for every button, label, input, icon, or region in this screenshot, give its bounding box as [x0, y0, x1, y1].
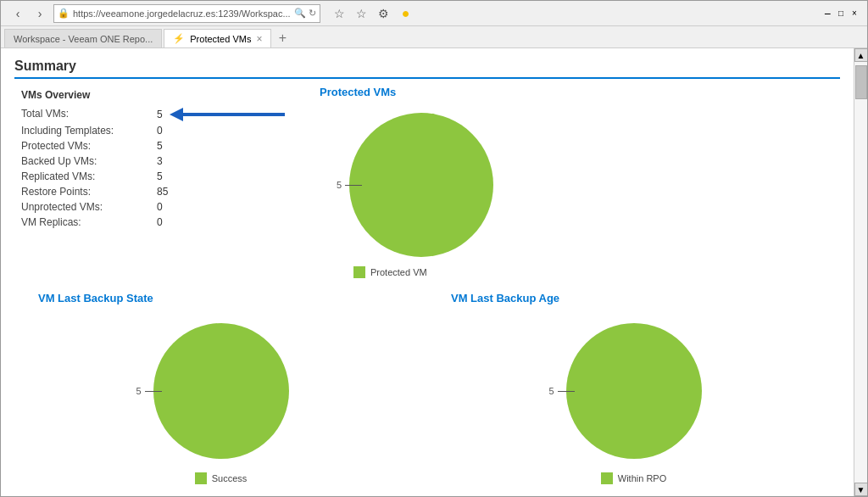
- scroll-thumb[interactable]: [855, 65, 867, 99]
- backup-state-chart-label: 5: [136, 386, 162, 396]
- backup-state-chart: 5: [136, 315, 306, 467]
- stat-value-backed-up: 3: [157, 155, 163, 167]
- backup-age-chart-label: 5: [549, 386, 575, 396]
- address-text: https://veeamone.jorgedelacruz.es:1239/W…: [73, 8, 291, 19]
- stat-row-backed-up: Backed Up VMs: 3: [21, 154, 296, 169]
- main-panel: Summary VMs Overview Total VMs: 5: [1, 48, 854, 496]
- chart-label-line-state: [145, 391, 162, 392]
- refresh-icon[interactable]: ↻: [309, 8, 316, 19]
- backup-age-legend-label: Within RPO: [618, 473, 666, 483]
- arrow-head: [170, 108, 183, 121]
- backup-state-circle: [153, 323, 289, 459]
- backup-age-circle: [566, 323, 702, 459]
- scroll-track: [854, 62, 867, 483]
- arrow-line: [183, 113, 285, 116]
- protected-vms-legend-label: Protected VM: [370, 267, 427, 277]
- backup-state-legend-dot: [195, 472, 207, 484]
- stat-label-unprotected: Unprotected VMs:: [21, 201, 157, 213]
- stat-label-replicated: Replicated VMs:: [21, 170, 157, 182]
- backup-state-legend: Success: [195, 472, 248, 484]
- stat-row-replicated: Replicated VMs: 5: [21, 169, 296, 184]
- protected-vms-legend-dot: [353, 266, 365, 278]
- page-title: Summary: [14, 59, 840, 79]
- toolbar-right: ☆ ☆ ⚙ ●: [331, 4, 415, 23]
- stat-value-templates: 0: [157, 125, 163, 137]
- stat-label-total-vms: Total VMs:: [21, 108, 157, 121]
- minimize-button[interactable]: −: [821, 8, 833, 20]
- maximize-button[interactable]: □: [835, 8, 847, 20]
- protected-vms-circle: [349, 113, 493, 257]
- chart-label-line: [345, 185, 362, 186]
- title-bar-left: ‹ › 🔒 https://veeamone.jorgedelacruz.es:…: [8, 3, 415, 24]
- stat-row-restore: Restore Points: 85: [21, 184, 296, 199]
- stat-label-restore: Restore Points:: [21, 186, 157, 198]
- scroll-down-button[interactable]: ▼: [854, 483, 868, 496]
- address-icons: 🔍 ↻: [294, 8, 316, 19]
- star-icon[interactable]: ☆: [331, 4, 349, 23]
- backup-state-chart-title: VM Last Backup State: [38, 292, 153, 304]
- settings-icon[interactable]: ⚙: [375, 4, 393, 23]
- title-bar: ‹ › 🔒 https://veeamone.jorgedelacruz.es:…: [1, 1, 867, 26]
- forward-button[interactable]: ›: [30, 3, 50, 24]
- vms-overview-header: VMs Overview: [21, 89, 296, 101]
- stat-value-restore: 85: [157, 186, 168, 198]
- backup-state-chart-section: VM Last Backup State 5 Success: [14, 285, 427, 491]
- address-bar[interactable]: 🔒 https://veeamone.jorgedelacruz.es:1239…: [53, 4, 320, 23]
- bottom-section: VM Last Backup State 5 Success: [14, 285, 840, 491]
- stat-value-total-vms: 5: [157, 108, 285, 121]
- scrollbar: ▲ ▼: [854, 48, 867, 496]
- lock-icon: 🔒: [58, 8, 70, 19]
- backup-age-chart-title: VM Last Backup Age: [451, 292, 559, 304]
- backup-age-legend: Within RPO: [601, 472, 666, 484]
- protected-vms-chart: 5: [337, 109, 506, 261]
- search-icon: 🔍: [294, 8, 306, 19]
- blue-arrow-annotation: [170, 108, 285, 121]
- vms-overview-section: VMs Overview Total VMs: 5: [14, 86, 303, 278]
- stat-row-templates: Including Templates: 0: [21, 123, 296, 138]
- stat-label-replicas: VM Replicas:: [21, 216, 157, 228]
- stat-row-total-vms: Total VMs: 5: [21, 106, 296, 123]
- stat-label-templates: Including Templates:: [21, 125, 157, 137]
- protected-vms-chart-label: 5: [337, 180, 362, 190]
- extension-icon[interactable]: ●: [397, 4, 415, 23]
- tab-protected-vms-icon: ⚡: [173, 33, 185, 44]
- stat-label-protected-vms: Protected VMs:: [21, 140, 157, 152]
- tab-workspace[interactable]: Workspace - Veeam ONE Repo...: [4, 29, 162, 47]
- protected-vms-chart-title: Protected VMs: [320, 86, 840, 98]
- content-area: Summary VMs Overview Total VMs: 5: [1, 48, 867, 496]
- pin-icon[interactable]: ☆: [353, 4, 371, 23]
- protected-vms-chart-section: Protected VMs 5 Protected VM: [303, 86, 840, 278]
- tab-protected-vms[interactable]: ⚡ Protected VMs ×: [164, 29, 271, 47]
- backup-state-legend-label: Success: [212, 473, 248, 483]
- protected-vms-legend: Protected VM: [353, 266, 840, 278]
- new-tab-button[interactable]: +: [273, 29, 292, 47]
- back-button[interactable]: ‹: [8, 3, 28, 24]
- backup-age-chart: 5: [549, 315, 719, 467]
- backup-age-chart-section: VM Last Backup Age 5 Within RPO: [427, 285, 840, 491]
- tab-close-button[interactable]: ×: [256, 33, 262, 45]
- stat-label-backed-up: Backed Up VMs:: [21, 155, 157, 167]
- window-controls: − □ ×: [821, 8, 860, 20]
- tab-bar: Workspace - Veeam ONE Repo... ⚡ Protecte…: [1, 26, 867, 48]
- scroll-up-button[interactable]: ▲: [854, 48, 868, 62]
- stat-row-protected-vms: Protected VMs: 5: [21, 138, 296, 154]
- stat-value-protected-vms: 5: [157, 140, 163, 152]
- stat-row-unprotected: Unprotected VMs: 0: [21, 199, 296, 215]
- stat-value-replicated: 5: [157, 170, 163, 182]
- tab-workspace-label: Workspace - Veeam ONE Repo...: [14, 34, 153, 44]
- chart-label-line-age: [558, 391, 575, 392]
- stat-value-unprotected: 0: [157, 201, 163, 213]
- tab-protected-vms-label: Protected VMs: [190, 34, 251, 44]
- backup-age-legend-dot: [601, 472, 613, 484]
- browser-window: ‹ › 🔒 https://veeamone.jorgedelacruz.es:…: [0, 0, 868, 497]
- stat-row-replicas: VM Replicas: 0: [21, 215, 296, 230]
- nav-buttons: ‹ ›: [8, 3, 50, 24]
- stat-value-replicas: 0: [157, 216, 163, 228]
- close-button[interactable]: ×: [849, 8, 860, 20]
- top-section: VMs Overview Total VMs: 5: [14, 86, 840, 278]
